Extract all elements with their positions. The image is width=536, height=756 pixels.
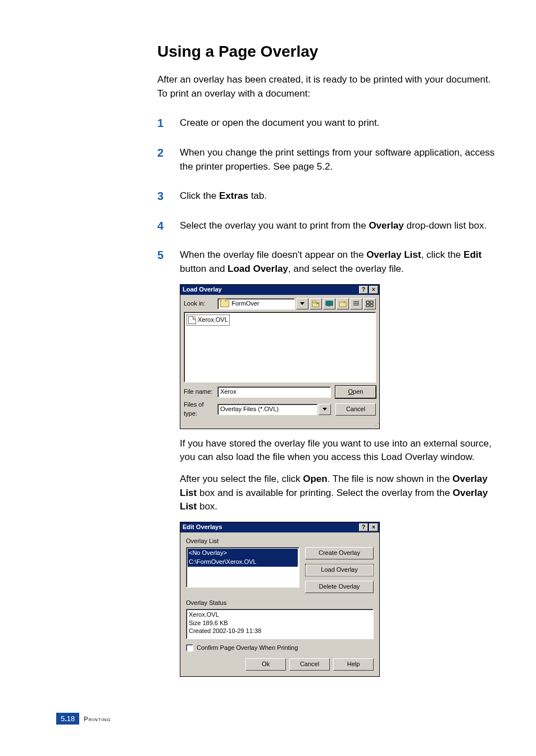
text-fragment: drop-down list box. (404, 220, 487, 231)
step-3: 3 Click the Extras tab. (157, 189, 502, 203)
svg-marker-0 (300, 302, 305, 305)
step-text: When the overlay file doesn't appear on … (180, 249, 482, 274)
file-type-combo[interactable]: Overlay Files (*.OVL) (217, 404, 317, 415)
status-line: Created 2002-10-29 11:38 (189, 627, 371, 635)
load-overlay-button[interactable]: Load Overlay (305, 564, 374, 576)
create-overlay-button[interactable]: Create Overlay (305, 547, 374, 559)
step-1: 1 Create or open the document you want t… (157, 116, 502, 130)
load-overlay-dialog: Load Overlay ? × Look in: FormOver (180, 284, 380, 429)
svg-rect-3 (326, 301, 333, 306)
overlay-status-label: Overlay Status (186, 599, 374, 608)
view-list-button[interactable] (350, 298, 362, 309)
svg-rect-5 (339, 302, 346, 307)
step-number: 4 (157, 218, 163, 234)
svg-rect-10 (370, 301, 373, 303)
text-fragment: box. (197, 501, 217, 512)
svg-rect-12 (370, 304, 373, 307)
page-heading: Using a Page Overlay (157, 43, 502, 61)
up-one-level-button[interactable] (310, 298, 322, 309)
overlay-status-box: Xerox.OVL Size 189.6 KB Created 2002-10-… (186, 609, 374, 639)
file-name-input[interactable]: Xerox (217, 386, 331, 398)
section-label: Printing (84, 716, 111, 722)
text-fragment: , click the (421, 249, 464, 260)
step-text: Click the Extras tab. (180, 190, 267, 201)
confirm-checkbox[interactable] (186, 644, 193, 652)
step-2: 2 When you change the print settings fro… (157, 146, 502, 174)
bold-text: Extras (219, 190, 248, 201)
open-button[interactable]: Open (335, 386, 376, 398)
file-name-value: Xerox (220, 388, 237, 397)
cancel-button[interactable]: Cancel (335, 403, 376, 416)
overlay-list[interactable]: <No Overlay> C:\FormOver\Xerox.OVL (186, 547, 299, 588)
look-in-combo[interactable]: FormOver (217, 298, 295, 309)
file-icon (188, 316, 196, 324)
file-type-value: Overlay Files (*.OVL) (220, 405, 279, 414)
page-number-box: 5.18 (56, 713, 79, 725)
dialog-titlebar[interactable]: Edit Overlays ? × (180, 522, 379, 532)
file-type-label: Files of type: (184, 400, 217, 418)
file-item[interactable]: Xerox.OVL (187, 315, 230, 326)
help-button[interactable]: Help (333, 658, 374, 671)
file-item-label: Xerox.OVL (198, 316, 228, 325)
step-number: 2 (157, 145, 163, 161)
look-in-value: FormOver (231, 299, 260, 308)
list-item[interactable]: C:\FormOver\Xerox.OVL (188, 558, 298, 567)
svg-marker-13 (322, 408, 327, 411)
bold-text: Load Overlay (228, 263, 288, 274)
intro-paragraph: After an overlay has been created, it is… (157, 73, 502, 101)
text-fragment: Click the (180, 190, 219, 201)
step-text: Select the overlay you want to print fro… (180, 220, 487, 231)
cancel-button[interactable]: Cancel (289, 658, 330, 671)
delete-overlay-button[interactable]: Delete Overlay (305, 581, 374, 593)
step-text: When you change the print settings from … (180, 147, 494, 172)
text-fragment: After you select the file, click (180, 473, 303, 484)
bold-text: Edit (464, 249, 482, 260)
step-5-paragraph-2: If you have stored the overlay file you … (180, 437, 502, 464)
close-button[interactable]: × (369, 523, 378, 531)
view-details-button[interactable] (364, 298, 376, 309)
combo-dropdown-button[interactable] (319, 404, 331, 415)
step-number: 1 (157, 115, 163, 131)
text-fragment: . The file is now shown in the (328, 473, 453, 484)
step-number: 3 (157, 188, 163, 204)
step-4: 4 Select the overlay you want to print f… (157, 219, 502, 233)
edit-overlays-dialog: Edit Overlays ? × Overlay List <No Overl… (180, 522, 380, 677)
help-button[interactable]: ? (359, 523, 368, 531)
bold-text: Open (303, 473, 327, 484)
close-button[interactable]: × (369, 286, 378, 294)
new-folder-button[interactable] (337, 298, 349, 309)
file-name-label: File name: (184, 388, 217, 397)
text-fragment: When the overlay file doesn't appear on … (180, 249, 366, 260)
overlay-list-label: Overlay List (186, 537, 374, 546)
file-list-area[interactable]: Xerox.OVL (184, 312, 376, 382)
step-text: Create or open the document you want to … (180, 117, 379, 128)
text-fragment: button and (180, 263, 228, 274)
dialog-title: Load Overlay (183, 285, 358, 294)
svg-rect-4 (328, 306, 330, 307)
combo-dropdown-button[interactable] (296, 298, 308, 309)
dialog-title: Edit Overlays (183, 523, 358, 532)
step-5: 5 When the overlay file doesn't appear o… (157, 248, 502, 676)
text-fragment: tab. (248, 190, 267, 201)
text-fragment: , and select the overlay file. (288, 263, 404, 274)
confirm-label: Confirm Page Overlay When Printing (197, 644, 298, 653)
text-fragment: box and is available for printing. Selec… (197, 488, 452, 498)
dialog-titlebar[interactable]: Load Overlay ? × (180, 285, 379, 295)
desktop-button[interactable] (323, 298, 335, 309)
step-number: 5 (157, 247, 163, 263)
step-5-paragraph-3: After you select the file, click Open. T… (180, 472, 502, 514)
page-footer: 5.18 Printing (56, 713, 111, 725)
text-fragment: Select the overlay you want to print fro… (180, 220, 369, 231)
svg-rect-9 (366, 301, 369, 303)
bold-text: Overlay (369, 220, 403, 231)
list-item[interactable]: <No Overlay> (188, 549, 298, 558)
page-number: 18 (67, 714, 75, 723)
resize-grip[interactable]: ⋰ (180, 424, 379, 429)
bold-text: Overlay List (366, 249, 421, 260)
svg-rect-11 (366, 304, 369, 307)
look-in-label: Look in: (184, 299, 217, 308)
folder-icon (220, 300, 229, 307)
ok-button[interactable]: Ok (246, 658, 286, 671)
svg-rect-2 (312, 301, 316, 303)
help-button[interactable]: ? (359, 286, 368, 294)
